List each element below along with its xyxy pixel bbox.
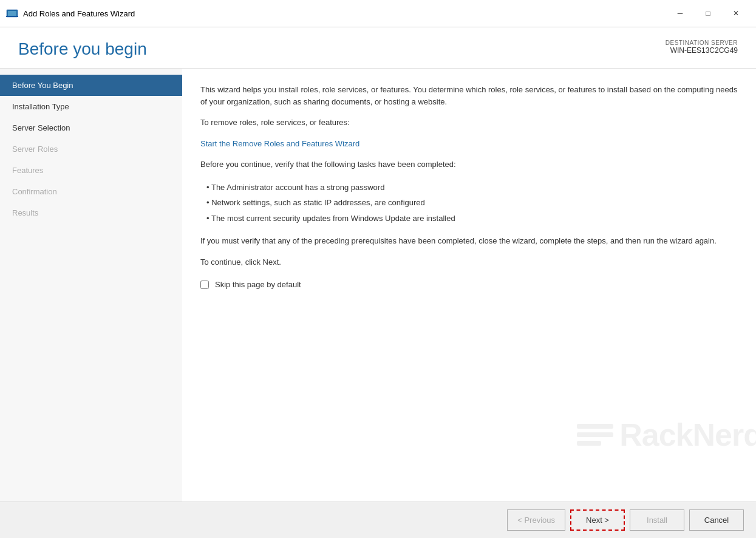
- app-icon: [6, 7, 18, 19]
- watermark-line-3: [577, 441, 601, 446]
- intro-paragraph: This wizard helps you install roles, rol…: [200, 84, 738, 107]
- destination-server-info: DESTINATION SERVER WIN-EES13C2CG49: [666, 39, 738, 55]
- remove-wizard-link[interactable]: Start the Remove Roles and Features Wiza…: [200, 139, 359, 148]
- cancel-button[interactable]: Cancel: [689, 509, 744, 531]
- destination-label: DESTINATION SERVER: [666, 39, 738, 46]
- bullet-item: Network settings, such as static IP addr…: [206, 195, 738, 211]
- main-content: This wizard helps you install roles, rol…: [182, 69, 756, 502]
- close-button[interactable]: ✕: [722, 4, 750, 22]
- window-title: Add Roles and Features Wizard: [23, 9, 666, 18]
- window-controls: ─ □ ✕: [666, 4, 750, 22]
- prerequisites-list: The Administrator account has a strong p…: [206, 180, 738, 226]
- watermark: RackNerd: [577, 417, 756, 453]
- verify-intro: Before you continue, verify that the fol…: [200, 158, 738, 171]
- minimize-button[interactable]: ─: [666, 4, 694, 22]
- svg-rect-1: [8, 11, 16, 16]
- bullet-item: The Administrator account has a strong p…: [206, 180, 738, 196]
- sidebar-item-results: Results: [0, 202, 182, 223]
- sidebar-item-features: Features: [0, 160, 182, 181]
- watermark-lines: [577, 424, 613, 446]
- server-name: WIN-EES13C2CG49: [670, 46, 738, 55]
- bullet-item: The most current security updates from W…: [206, 211, 738, 226]
- page-title: Before you begin: [18, 39, 147, 59]
- window-body: Before you begin DESTINATION SERVER WIN-…: [0, 27, 756, 538]
- skip-checkbox-area: Skip this page by default: [200, 280, 738, 289]
- sidebar-item-server-roles: Server Roles: [0, 138, 182, 160]
- watermark-line-2: [577, 432, 613, 437]
- sidebar-item-before-you-begin[interactable]: Before You Begin: [0, 75, 182, 96]
- title-bar: Add Roles and Features Wizard ─ □ ✕: [0, 0, 756, 27]
- previous-button[interactable]: < Previous: [507, 509, 565, 531]
- skip-checkbox-label[interactable]: Skip this page by default: [215, 280, 301, 289]
- sidebar-item-confirmation: Confirmation: [0, 181, 182, 202]
- continue-paragraph: To continue, click Next.: [200, 256, 738, 268]
- skip-checkbox[interactable]: [200, 281, 209, 289]
- sidebar-item-installation-type[interactable]: Installation Type: [0, 96, 182, 117]
- header-area: Before you begin DESTINATION SERVER WIN-…: [0, 27, 756, 69]
- footer: < Previous Next > Install Cancel: [0, 502, 756, 538]
- maximize-button[interactable]: □: [694, 4, 722, 22]
- next-button[interactable]: Next >: [570, 509, 625, 531]
- install-button[interactable]: Install: [630, 509, 684, 531]
- remove-intro: To remove roles, role services, or featu…: [200, 117, 738, 129]
- watermark-line-1: [577, 424, 613, 429]
- svg-rect-2: [6, 16, 18, 17]
- content-area: Before You BeginInstallation TypeServer …: [0, 69, 756, 502]
- sidebar-item-server-selection[interactable]: Server Selection: [0, 117, 182, 138]
- sidebar: Before You BeginInstallation TypeServer …: [0, 69, 182, 502]
- verify-paragraph: If you must verify that any of the prece…: [200, 235, 738, 247]
- watermark-text: RackNerd: [619, 417, 756, 453]
